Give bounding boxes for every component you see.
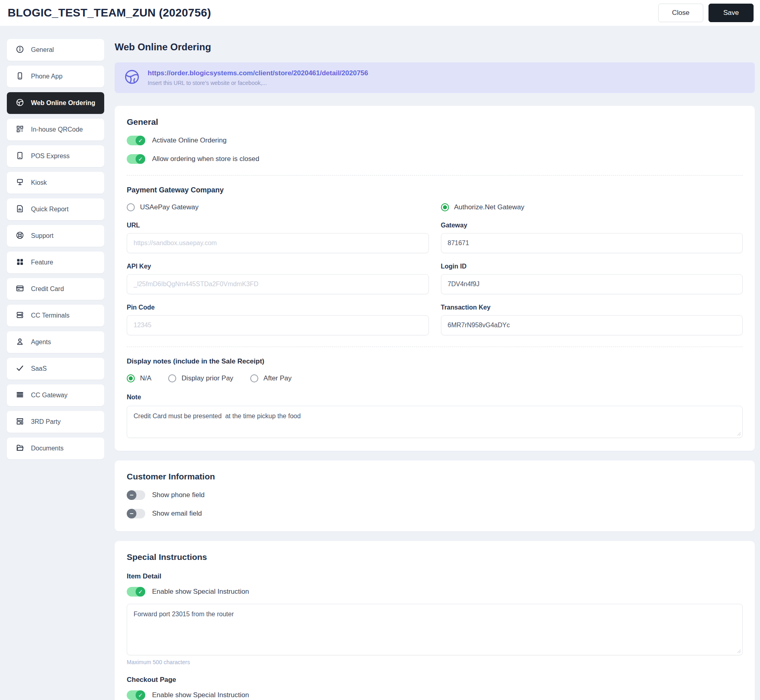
radio-label: Authorize.Net Gateway — [454, 203, 525, 211]
display-notes-na-option[interactable]: N/A — [127, 374, 151, 382]
gateway-fields: URL Gateway API Key Login ID Pin Code — [127, 222, 743, 335]
radio-label: After Pay — [264, 374, 292, 382]
sidebar-item-label: CC Terminals — [31, 312, 70, 319]
sidebar-item-label: Agents — [31, 339, 51, 346]
allow-ordering-when-closed-toggle[interactable] — [127, 154, 145, 164]
radio-unselected-icon[interactable] — [168, 374, 176, 382]
toggle-label: Enable show Special Instruction — [152, 691, 249, 699]
sidebar-item-documents[interactable]: Documents — [7, 438, 104, 459]
item-detail-label: Item Detail — [127, 572, 743, 580]
item-detail-textarea-wrap: Forward port 23015 from the router — [127, 604, 743, 655]
credit-card-icon — [16, 284, 24, 294]
url-field-group: URL — [127, 222, 429, 253]
checkout-page-special-instruction-toggle[interactable] — [127, 690, 145, 700]
sidebar-item-credit-card[interactable]: Credit Card — [7, 278, 104, 300]
pin-code-field-label: Pin Code — [127, 304, 429, 311]
general-section-title: General — [127, 117, 743, 127]
terminal-icon — [16, 311, 24, 321]
sidebar-item-web-online-ordering[interactable]: Web Online Ordering — [7, 92, 104, 114]
url-banner-hint: Insert this URL to store's website or fa… — [148, 80, 368, 86]
sidebar-item-3rd-party[interactable]: 3RD Party — [7, 411, 104, 433]
show-email-field-toggle[interactable] — [127, 509, 145, 518]
pin-code-field[interactable] — [127, 315, 429, 335]
transaction-key-field[interactable] — [441, 315, 743, 335]
note-textarea-wrap: Credit Card must be presented at the tim… — [127, 406, 743, 438]
display-prior-pay-option[interactable]: Display prior Pay — [168, 374, 233, 382]
section-customer-information: Customer Information Show phone field Sh… — [115, 460, 755, 531]
sidebar-item-cc-gateway[interactable]: CC Gateway — [7, 384, 104, 406]
sidebar-item-phone-app[interactable]: Phone App — [7, 66, 104, 87]
toggle-minus-icon — [127, 509, 136, 518]
sidebar-item-support[interactable]: Support — [7, 225, 104, 247]
close-button[interactable]: Close — [658, 4, 703, 22]
api-key-field[interactable] — [127, 274, 429, 294]
item-detail-special-instruction-toggle[interactable] — [127, 587, 145, 597]
tablet-icon — [16, 151, 24, 161]
sidebar-item-label: SaaS — [31, 365, 47, 372]
report-icon — [16, 204, 24, 215]
note-textarea[interactable]: Credit Card must be presented at the tim… — [127, 406, 743, 438]
radio-label: USAePay Gateway — [140, 203, 199, 211]
check-icon — [16, 364, 24, 374]
radio-label: Display prior Pay — [181, 374, 233, 382]
sidebar-item-general[interactable]: General — [7, 39, 104, 61]
sidebar-item-saas[interactable]: SaaS — [7, 358, 104, 380]
toggle-row-activate-online-ordering: Activate Online Ordering — [127, 136, 743, 145]
sidebar-item-label: POS Express — [31, 153, 70, 160]
divider — [127, 175, 743, 176]
radio-selected-icon[interactable] — [127, 374, 135, 382]
store-url-link[interactable]: https://order.blogicsystems.com/client/s… — [148, 69, 368, 77]
sidebar-item-inhouse-qrcode[interactable]: In-house QRCode — [7, 119, 104, 140]
sidebar-item-quick-report[interactable]: Quick Report — [7, 198, 104, 220]
toggle-check-icon — [136, 587, 145, 597]
radio-unselected-icon[interactable] — [127, 203, 135, 211]
layout-icon — [16, 417, 24, 427]
api-key-field-group: API Key — [127, 263, 429, 294]
gateway-field-label: Gateway — [441, 222, 743, 229]
sidebar-item-label: Support — [31, 232, 54, 240]
gateway-field[interactable] — [441, 233, 743, 253]
sidebar-item-feature[interactable]: Feature — [7, 252, 104, 273]
show-phone-field-toggle[interactable] — [127, 490, 145, 500]
store-title: BLOGIC_TEST_TEAM_ZUN (2020756) — [8, 6, 211, 19]
list-icon — [16, 390, 24, 401]
sidebar-item-label: Credit Card — [31, 285, 64, 293]
save-button[interactable]: Save — [709, 4, 754, 22]
url-field-label: URL — [127, 222, 429, 229]
kiosk-icon — [16, 178, 24, 188]
usaepay-gateway-option[interactable]: USAePay Gateway — [127, 203, 429, 211]
sidebar-item-cc-terminals[interactable]: CC Terminals — [7, 305, 104, 326]
sidebar-item-agents[interactable]: Agents — [7, 331, 104, 353]
payment-gateway-title: Payment Gateway Company — [127, 186, 743, 194]
authorizenet-gateway-option[interactable]: Authorize.Net Gateway — [441, 203, 743, 211]
checkout-page-label: Checkout Page — [127, 676, 743, 684]
radio-unselected-icon[interactable] — [250, 374, 258, 382]
login-id-field-label: Login ID — [441, 263, 743, 270]
toggle-check-icon — [136, 690, 145, 700]
note-label: Note — [127, 394, 743, 401]
sidebar-item-kiosk[interactable]: Kiosk — [7, 172, 104, 194]
login-id-field[interactable] — [441, 274, 743, 294]
sidebar-item-label: Quick Report — [31, 206, 68, 213]
sidebar-item-label: Phone App — [31, 73, 62, 80]
radio-selected-icon[interactable] — [441, 203, 449, 211]
toggle-label: Enable show Special Instruction — [152, 588, 249, 596]
lifebuoy-icon — [16, 231, 24, 241]
url-field[interactable] — [127, 233, 429, 253]
sidebar-item-label: CC Gateway — [31, 392, 68, 399]
item-detail-maxchars: Maximum 500 characters — [127, 659, 743, 665]
sidebar-item-pos-express[interactable]: POS Express — [7, 145, 104, 167]
activate-online-ordering-toggle[interactable] — [127, 136, 145, 145]
toggle-row-show-email: Show email field — [127, 509, 743, 518]
toggle-row-item-detail: Enable show Special Instruction — [127, 587, 743, 597]
toggle-row-allow-ordering-closed: Allow ordering when store is closed — [127, 154, 743, 164]
transaction-key-field-group: Transaction Key — [441, 304, 743, 335]
main-content: Web Online Ordering https://order.blogic… — [115, 39, 755, 700]
sidebar-item-label: General — [31, 46, 54, 54]
after-pay-option[interactable]: After Pay — [250, 374, 292, 382]
special-section-title: Special Instructions — [127, 552, 743, 562]
page-title: Web Online Ordering — [115, 41, 755, 53]
person-icon — [16, 337, 24, 347]
toggle-row-checkout-page: Enable show Special Instruction — [127, 690, 743, 700]
item-detail-textarea[interactable]: Forward port 23015 from the router — [127, 604, 743, 655]
